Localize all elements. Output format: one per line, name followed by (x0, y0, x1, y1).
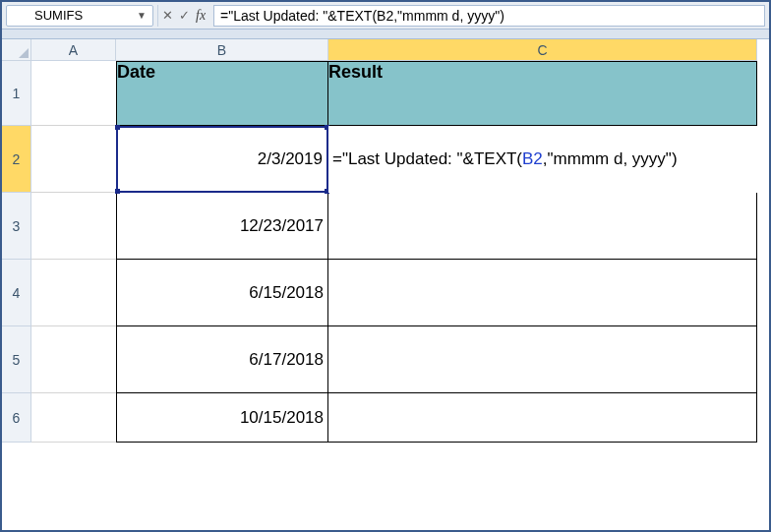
cell-a6[interactable] (31, 393, 116, 443)
chevron-down-icon[interactable]: ▼ (137, 10, 147, 21)
row-header-5[interactable]: 5 (2, 326, 31, 393)
row-header-6[interactable]: 6 (2, 393, 31, 443)
name-box-value: SUMIFS (13, 8, 83, 23)
cell-a4[interactable] (31, 260, 116, 326)
formula-bar: SUMIFS ▼ ✕ ✓ fx ="Last Updated: "&TEXT(B… (2, 2, 769, 30)
cell-a3[interactable] (31, 193, 116, 260)
spreadsheet-grid[interactable]: A B C 1 Date Result 2 2/3/2019 ="Last Up… (2, 39, 769, 443)
select-all-corner[interactable] (2, 39, 31, 61)
toolbar-divider (2, 30, 769, 39)
cancel-formula-button[interactable]: ✕ (162, 8, 173, 23)
cell-c6[interactable] (328, 393, 757, 443)
cell-b1[interactable]: Date (116, 61, 328, 126)
cell-b5[interactable]: 6/17/2018 (116, 326, 328, 393)
cell-b2-value: 2/3/2019 (258, 149, 323, 169)
cell-c3[interactable] (328, 193, 757, 260)
fx-icon[interactable]: fx (196, 8, 206, 24)
row-header-1[interactable]: 1 (2, 61, 31, 126)
row-header-4[interactable]: 4 (2, 260, 31, 326)
row-header-3[interactable]: 3 (2, 193, 31, 260)
confirm-formula-button[interactable]: ✓ (179, 8, 190, 23)
cell-a5[interactable] (31, 326, 116, 393)
cell-b6[interactable]: 10/15/2018 (116, 393, 328, 443)
cell-c2-formula: ="Last Updated: "&TEXT(B2,"mmmm d, yyyy"… (332, 149, 678, 169)
cell-c5[interactable] (328, 326, 757, 393)
formula-controls: ✕ ✓ fx (157, 5, 209, 27)
cell-c1[interactable]: Result (328, 61, 757, 126)
row-header-2[interactable]: 2 (2, 126, 31, 193)
name-box[interactable]: SUMIFS ▼ (6, 5, 153, 27)
column-header-a[interactable]: A (31, 39, 116, 61)
cell-b2[interactable]: 2/3/2019 (116, 126, 328, 193)
cell-c2[interactable]: ="Last Updated: "&TEXT(B2,"mmmm d, yyyy"… (328, 126, 757, 193)
cell-b4[interactable]: 6/15/2018 (116, 260, 328, 326)
formula-text: ="Last Updated: "&TEXT(B2,"mmmm d, yyyy"… (220, 8, 504, 24)
cell-a1[interactable] (31, 61, 116, 126)
cell-b3[interactable]: 12/23/2017 (116, 193, 328, 260)
column-header-b[interactable]: B (116, 39, 328, 61)
column-header-c[interactable]: C (328, 39, 757, 61)
cell-c4[interactable] (328, 260, 757, 326)
formula-input[interactable]: ="Last Updated: "&TEXT(B2,"mmmm d, yyyy"… (213, 5, 765, 27)
cell-a2[interactable] (31, 126, 116, 193)
